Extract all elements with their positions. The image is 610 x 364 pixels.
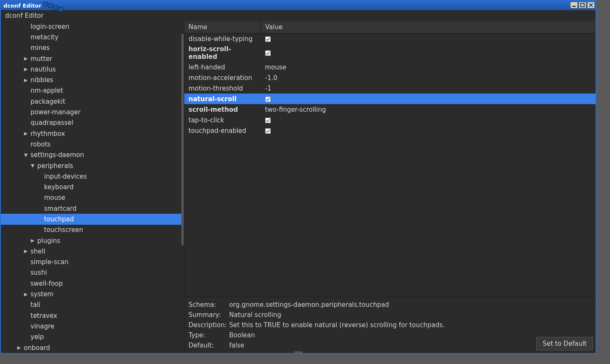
detail-panel: Schema: org.gnome.settings-daemon.periph…	[184, 297, 596, 353]
table-row[interactable]: natural-scroll	[184, 94, 596, 104]
tree-item[interactable]: ▶nautilus	[1, 64, 184, 74]
app-window: dconf Editor dconf Editor ▶login-screen▶…	[0, 0, 596, 354]
tree-item-label: swell-foop	[30, 280, 63, 287]
tree-item[interactable]: ▶quadrapassel	[1, 118, 184, 128]
tree-item-label: simple-scan	[30, 258, 69, 266]
main-panel: Name Value disable-while-typinghoriz-scr…	[184, 21, 596, 353]
tree-item[interactable]: ▶swell-foop	[1, 278, 184, 289]
tree-item-label: system	[30, 290, 53, 298]
sidebar: ▶login-screen▶metacity▶mines▶mutter▶naut…	[1, 21, 184, 353]
tree-item[interactable]: ▶touchpad	[1, 214, 184, 224]
sidebar-scrollbar[interactable]	[181, 34, 184, 245]
tree-item[interactable]: ▶keyboard	[1, 182, 184, 192]
key-name: motion-acceleration	[184, 72, 261, 83]
key-value[interactable]: -1.0	[261, 72, 596, 83]
detail-schema-row: Schema: org.gnome.settings-daemon.periph…	[189, 300, 591, 310]
tree-item-label: metacity	[30, 33, 58, 41]
tree-item[interactable]: ▶mouse	[1, 193, 184, 203]
detail-default-label: Default:	[189, 342, 229, 349]
tree-item[interactable]: ▶nm-applet	[1, 85, 184, 96]
table-row[interactable]: left-handedmouse	[184, 62, 596, 72]
tree-item[interactable]: ▶robots	[1, 139, 184, 149]
table-row[interactable]: tap-to-click	[184, 115, 596, 125]
checkbox[interactable]	[265, 36, 271, 42]
key-value[interactable]: -1	[261, 83, 596, 94]
tree-item[interactable]: ▶nibbles	[1, 74, 184, 85]
checkbox[interactable]	[265, 128, 271, 134]
set-to-default-button[interactable]: Set to Default	[536, 337, 593, 350]
table-row[interactable]: horiz-scroll-enabled	[184, 44, 596, 62]
chevron-down-icon[interactable]: ▼	[23, 152, 29, 158]
key-value[interactable]	[261, 115, 596, 125]
chevron-right-icon[interactable]: ▶	[23, 66, 29, 72]
tree-item-label: mines	[30, 44, 50, 52]
tree-item[interactable]: ▶plugins	[1, 235, 184, 246]
minimize-button[interactable]	[570, 2, 578, 8]
chevron-right-icon[interactable]: ▶	[30, 238, 36, 243]
maximize-button[interactable]	[579, 2, 586, 8]
chevron-right-icon[interactable]: ▶	[23, 292, 29, 297]
titlebar[interactable]: dconf Editor	[1, 1, 596, 10]
key-value[interactable]	[261, 94, 596, 104]
checkbox[interactable]	[265, 97, 271, 102]
key-value[interactable]: two-finger-scrolling	[261, 104, 596, 115]
tree-item[interactable]: ▶rhythmbox	[1, 128, 184, 139]
tree-item[interactable]: ▶vinagre	[1, 321, 184, 331]
tree-item-label: quadrapassel	[30, 119, 73, 127]
key-value[interactable]	[261, 33, 596, 44]
table-row[interactable]: disable-while-typing	[184, 33, 596, 44]
checkbox[interactable]	[265, 118, 271, 123]
tree-item[interactable]: ▶metacity	[1, 32, 184, 42]
chevron-right-icon[interactable]: ▶	[23, 248, 29, 254]
titlebar-decoration	[43, 1, 69, 10]
tree-item[interactable]: ▶packagekit	[1, 96, 184, 107]
tree-item[interactable]: ▼settings-daemon	[1, 150, 184, 160]
close-button[interactable]	[587, 2, 595, 8]
key-value[interactable]: mouse	[261, 62, 596, 72]
chevron-right-icon[interactable]: ▶	[16, 345, 22, 350]
tree-item[interactable]: ▶mutter	[1, 53, 184, 64]
key-value[interactable]	[261, 125, 596, 136]
tree-item-label: robots	[30, 141, 50, 148]
key-table-wrap: Name Value disable-while-typinghoriz-scr…	[184, 21, 596, 297]
tree-item[interactable]: ▶sushi	[1, 267, 184, 278]
resize-handle[interactable]	[292, 350, 305, 353]
column-header-value[interactable]: Value	[261, 21, 596, 33]
tree-item-label: peripherals	[37, 162, 73, 170]
tree-item[interactable]: ▶tali	[1, 300, 184, 310]
schema-tree[interactable]: ▶login-screen▶metacity▶mines▶mutter▶naut…	[1, 21, 184, 353]
tree-item-label: vinagre	[30, 323, 54, 330]
tree-item[interactable]: ▶smartcard	[1, 203, 184, 214]
key-value[interactable]	[261, 44, 596, 62]
tree-item[interactable]: ▶simple-scan	[1, 257, 184, 267]
table-row[interactable]: motion-threshold-1	[184, 83, 596, 94]
chevron-right-icon[interactable]: ▶	[23, 77, 29, 83]
tree-item-label: mutter	[30, 55, 52, 63]
tree-item-label: power-manager	[30, 108, 80, 116]
key-name: disable-while-typing	[184, 33, 261, 44]
table-row[interactable]: scroll-methodtwo-finger-scrolling	[184, 104, 596, 115]
tree-item[interactable]: ▶yelp	[1, 332, 184, 342]
column-header-name[interactable]: Name	[184, 21, 261, 33]
tree-item[interactable]: ▶onboard	[1, 342, 184, 353]
chevron-down-icon[interactable]: ▼	[30, 163, 36, 168]
detail-default-value: false	[229, 342, 244, 349]
content: ▶login-screen▶metacity▶mines▶mutter▶naut…	[1, 21, 596, 353]
tree-item[interactable]: ▶touchscreen	[1, 225, 184, 235]
tree-item[interactable]: ▶power-manager	[1, 107, 184, 117]
tree-item-label: sushi	[30, 269, 47, 276]
tree-item[interactable]: ▶system	[1, 289, 184, 299]
tree-item[interactable]: ▶input-devices	[1, 171, 184, 182]
checkbox[interactable]	[265, 50, 271, 56]
table-row[interactable]: touchpad-enabled	[184, 125, 596, 136]
tree-item[interactable]: ▶mines	[1, 43, 184, 53]
chevron-right-icon[interactable]: ▶	[23, 56, 29, 61]
tree-item-label: plugins	[37, 237, 60, 245]
chevron-right-icon[interactable]: ▶	[23, 131, 29, 136]
table-row[interactable]: motion-acceleration-1.0	[184, 72, 596, 83]
detail-type-value: Boolean	[229, 331, 255, 339]
tree-item[interactable]: ▶shell	[1, 246, 184, 256]
tree-item[interactable]: ▶tetravex	[1, 310, 184, 321]
tree-item[interactable]: ▼peripherals	[1, 160, 184, 171]
tree-item[interactable]: ▶login-screen	[1, 21, 184, 32]
